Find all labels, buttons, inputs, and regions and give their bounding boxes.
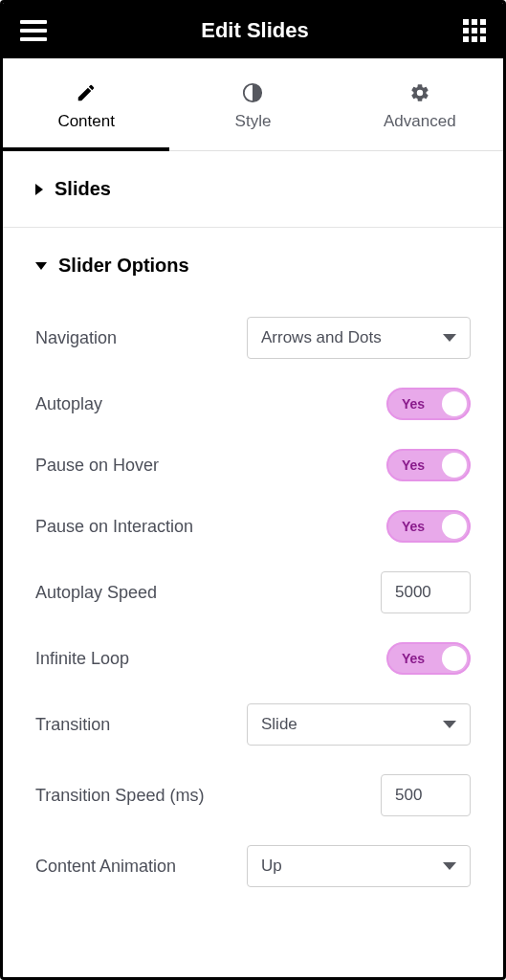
toggle-text: Yes	[402, 519, 425, 534]
toggle-text: Yes	[402, 651, 425, 666]
label-transition-speed: Transition Speed (ms)	[35, 786, 204, 806]
select-content-animation[interactable]: Up	[247, 845, 471, 887]
toggle-knob	[442, 391, 467, 416]
toggle-knob	[442, 646, 467, 671]
select-value: Arrows and Dots	[261, 328, 382, 347]
section-title: Slider Options	[58, 255, 189, 277]
row-pause-on-hover: Pause on Hover Yes	[35, 449, 471, 481]
row-transition: Transition Slide	[35, 703, 471, 746]
app-header: Edit Slides	[3, 3, 503, 58]
row-autoplay: Autoplay Yes	[35, 388, 471, 420]
label-pause-on-interaction: Pause on Interaction	[35, 517, 193, 537]
select-value: Slide	[261, 715, 297, 734]
tab-advanced[interactable]: Advanced	[337, 58, 503, 150]
section-slides: Slides	[3, 151, 503, 228]
pencil-icon	[3, 79, 169, 102]
label-pause-on-hover: Pause on Hover	[35, 456, 159, 476]
toggle-knob	[442, 514, 467, 539]
label-content-animation: Content Animation	[35, 857, 176, 877]
label-infinite-loop: Infinite Loop	[35, 649, 129, 669]
section-header-slider-options[interactable]: Slider Options	[3, 228, 503, 303]
input-transition-speed[interactable]	[381, 774, 471, 816]
section-title: Slides	[55, 178, 111, 200]
tab-label: Content	[57, 112, 115, 130]
row-content-animation: Content Animation Up	[35, 845, 471, 887]
row-transition-speed: Transition Speed (ms)	[35, 774, 471, 816]
label-autoplay-speed: Autoplay Speed	[35, 583, 157, 603]
select-transition[interactable]: Slide	[247, 703, 471, 746]
apps-grid-icon[interactable]	[463, 19, 486, 42]
label-transition: Transition	[35, 715, 110, 735]
toggle-knob	[442, 453, 467, 478]
toggle-infinite-loop[interactable]: Yes	[386, 642, 471, 675]
row-pause-on-interaction: Pause on Interaction Yes	[35, 510, 471, 543]
select-value: Up	[261, 857, 282, 876]
label-navigation: Navigation	[35, 328, 117, 348]
toggle-pause-on-interaction[interactable]: Yes	[386, 510, 471, 543]
chevron-down-icon	[35, 262, 47, 270]
chevron-down-icon	[443, 862, 456, 870]
tab-style[interactable]: Style	[169, 58, 336, 150]
tab-label: Style	[235, 112, 272, 130]
chevron-down-icon	[443, 721, 456, 728]
toggle-text: Yes	[402, 396, 425, 412]
input-autoplay-speed[interactable]	[381, 571, 471, 613]
gear-icon	[337, 79, 503, 102]
chevron-right-icon	[35, 184, 43, 195]
row-infinite-loop: Infinite Loop Yes	[35, 642, 471, 675]
row-navigation: Navigation Arrows and Dots	[35, 317, 471, 359]
tabs: Content Style Advanced	[3, 58, 503, 151]
section-slider-options: Slider Options Navigation Arrows and Dot…	[3, 228, 503, 945]
header-title: Edit Slides	[201, 18, 308, 43]
section-body: Navigation Arrows and Dots Autoplay Yes …	[3, 303, 503, 945]
toggle-text: Yes	[402, 457, 425, 473]
tab-label: Advanced	[384, 112, 456, 130]
toggle-pause-on-hover[interactable]: Yes	[386, 449, 471, 481]
menu-icon[interactable]	[20, 20, 47, 41]
chevron-down-icon	[443, 334, 456, 342]
tab-content[interactable]: Content	[3, 58, 169, 150]
panel: Slides Slider Options Navigation Arrows …	[3, 151, 503, 945]
label-autoplay: Autoplay	[35, 394, 102, 414]
section-header-slides[interactable]: Slides	[3, 151, 503, 227]
half-circle-icon	[169, 79, 336, 102]
select-navigation[interactable]: Arrows and Dots	[247, 317, 471, 359]
row-autoplay-speed: Autoplay Speed	[35, 571, 471, 613]
toggle-autoplay[interactable]: Yes	[386, 388, 471, 420]
